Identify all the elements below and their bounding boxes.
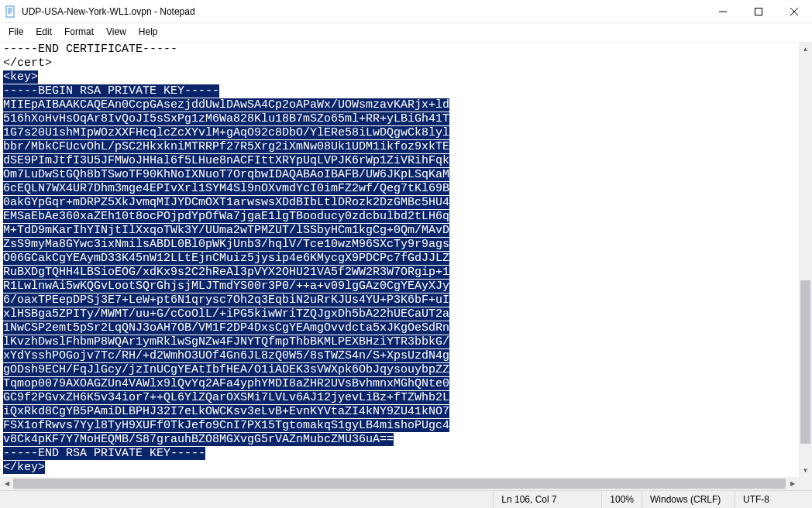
status-eol: Windows (CRLF) xyxy=(642,491,735,508)
text-line[interactable]: </cert> xyxy=(3,57,796,70)
text-line-selected[interactable]: 516hXoHvHsOqAr8IvQoJI5sSxPg1zM6Wa828Klu1… xyxy=(3,112,796,126)
text-line-selected[interactable]: 0akGYpGqr+mDRPZ5XkJvmqMIJYDCmOXT1arwswsX… xyxy=(3,196,796,210)
status-zoom: 100% xyxy=(601,491,642,508)
scrollbar-corner xyxy=(799,477,812,490)
vertical-scrollbar[interactable]: ▲ ▼ xyxy=(799,43,812,477)
text-line-selected[interactable]: Tqmop0079AXOAGZUn4VAWlx9lQvYq2AFa4yphYMD… xyxy=(3,377,796,391)
text-line-selected[interactable]: 1NwCSP2emt5pSr2LqQNJ3oAH7OB/VM1F2DP4DxsC… xyxy=(3,321,796,335)
menu-edit[interactable]: Edit xyxy=(30,25,57,39)
scroll-up-arrow-icon[interactable]: ▲ xyxy=(799,43,812,56)
text-line-selected[interactable]: <key> xyxy=(3,70,796,84)
status-encoding: UTF-8 xyxy=(735,491,812,508)
text-line-selected[interactable]: 6/oaxTPEepDPSj3E7+LeW+pt6N1qrysc7Oh2q3Eq… xyxy=(3,293,796,307)
menu-help[interactable]: Help xyxy=(133,25,163,39)
text-line-selected[interactable]: v8Ck4pKF7Y7MoHEQMB/S87grauhBZO8MGXvgG5rV… xyxy=(3,433,796,447)
titlebar: UDP-USA-New-York-WL1.ovpn - Notepad xyxy=(0,0,812,23)
text-line-selected[interactable]: M+TdD9mKarIhYINjtIlXxqoTWk3Y/UUma2wTPMZU… xyxy=(3,224,796,238)
horizontal-scrollbar[interactable]: ◀ ▶ xyxy=(0,477,799,490)
text-line-selected[interactable]: xlHSBga5ZPITy/MWMT/uu+G/cCoOlL/+iPG5kiwW… xyxy=(3,307,796,321)
window-controls xyxy=(705,0,812,22)
status-position: Ln 106, Col 7 xyxy=(493,491,601,508)
menu-file[interactable]: File xyxy=(3,25,29,39)
text-line-selected[interactable]: ZsS9myMa8GYwc3ixNmilsABDL0Bl0pWKjUnb3/hq… xyxy=(3,238,796,252)
svg-rect-6 xyxy=(755,8,762,15)
scroll-left-arrow-icon[interactable]: ◀ xyxy=(0,477,13,490)
notepad-icon xyxy=(5,5,17,18)
text-line-selected[interactable]: iQxRkd8CgYB5PAmiDLBPHJ32I7eLkOWCKsv3eLvB… xyxy=(3,405,796,419)
menu-view[interactable]: View xyxy=(101,25,132,39)
close-button[interactable] xyxy=(776,0,812,22)
menubar: File Edit Format View Help xyxy=(0,23,812,42)
text-line-selected[interactable]: O06GCakCgYEAymD33K45nW12LLtEjnCMuiz5jysi… xyxy=(3,252,796,266)
text-line-selected[interactable]: R1LwlnwAi5wKQGvLootSQrGhjsjMLJTmdYS00r3P… xyxy=(3,280,796,293)
text-line-selected[interactable]: 1G7s20U1shMIpWOzXXFHcqlcZcXYvlM+gAqO92c8… xyxy=(3,126,796,140)
scroll-right-arrow-icon[interactable]: ▶ xyxy=(786,477,799,490)
horizontal-scroll-thumb[interactable] xyxy=(13,479,786,489)
statusbar: Ln 106, Col 7 100% Windows (CRLF) UTF-8 xyxy=(0,490,812,508)
text-line-selected[interactable]: 6cEQLN7WX4UR7Dhm3mge4EPIvXrl1SYM4Sl9nOXv… xyxy=(3,182,796,196)
vertical-scroll-track[interactable] xyxy=(799,56,812,464)
editor-area: -----END CERTIFICATE-----</cert><key>---… xyxy=(0,42,812,477)
text-line-selected[interactable]: -----END RSA PRIVATE KEY----- xyxy=(3,447,796,461)
text-line-selected[interactable]: gODsh9ECH/FqJlGcy/jzInUCgYEAtIbfHEA/O1iA… xyxy=(3,363,796,377)
window-title: UDP-USA-New-York-WL1.ovpn - Notepad xyxy=(22,6,705,17)
text-line-selected[interactable]: bbr/MbkCFUcvOhL/pSC2HkxkniMTRRPf27R5Xrg2… xyxy=(3,140,796,154)
text-line-selected[interactable]: dSE9PImJtfI3U5JFMWoJHHal6f5LHue8nACFIttX… xyxy=(3,154,796,168)
text-line-selected[interactable]: FSX1ofRwvs7Yyl8TyH9XUFf0TkJefo9CnI7PX15T… xyxy=(3,419,796,433)
menu-format[interactable]: Format xyxy=(59,25,99,39)
text-line-selected[interactable]: lKvzhDwslFhbmP8WQAr1ymRklwSgNZw4FJNYTQfm… xyxy=(3,335,796,349)
text-line-selected[interactable]: MIIEpAIBAAKCAQEAn0CcpGAsezjddUwlDAwSA4Cp… xyxy=(3,98,796,112)
text-line-selected[interactable]: Om7LuDwStGQh8bTSwoTF90KhNoIXNuoT7OrqbwID… xyxy=(3,168,796,182)
text-line-selected[interactable]: GC9f2PGvxZH6K5v34ior7++QL6YlZQarOXSMi7LV… xyxy=(3,391,796,405)
status-spacer xyxy=(0,491,493,508)
text-line-selected[interactable]: RuBXDgTQHH4LBSioEOG/xdKx9s2C2hReAl3pVYX2… xyxy=(3,266,796,280)
horizontal-scrollbar-row: ◀ ▶ xyxy=(0,477,812,490)
scroll-down-arrow-icon[interactable]: ▼ xyxy=(799,464,812,477)
text-line-selected[interactable]: -----BEGIN RSA PRIVATE KEY----- xyxy=(3,84,796,98)
minimize-button[interactable] xyxy=(705,0,741,22)
text-line-selected[interactable]: </key> xyxy=(3,461,796,475)
horizontal-scroll-track[interactable] xyxy=(13,477,786,490)
text-line-selected[interactable]: xYdYsshPOGojv7Tc/RH/+d2WmhO3UOf4Gn6JL8zQ… xyxy=(3,349,796,363)
text-editor[interactable]: -----END CERTIFICATE-----</cert><key>---… xyxy=(0,43,799,477)
text-line-selected[interactable]: EMSaEbAe360xaZEh10t8ocPOjpdYpOfWa7jgaE1l… xyxy=(3,210,796,224)
text-line[interactable]: -----END CERTIFICATE----- xyxy=(3,43,796,57)
vertical-scroll-thumb[interactable] xyxy=(800,280,810,444)
maximize-button[interactable] xyxy=(741,0,776,22)
